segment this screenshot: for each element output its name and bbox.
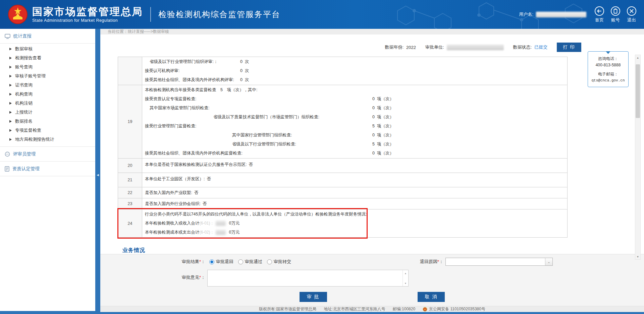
data-status-label: 数据状态: <box>513 44 532 50</box>
table-line-value: 0万元 <box>229 230 240 235</box>
contact-phone-value: 400-813-5888 <box>589 62 627 68</box>
sidebar-section-reviewers[interactable]: 评审员管理 <box>0 147 95 161</box>
business-section-heading: 业务情况 <box>122 247 644 254</box>
approval-opinion-field: ▲ ▼ <box>207 270 409 287</box>
sidebar-item-地方局检测报告统计[interactable]: ▶地方局检测报告统计 <box>0 135 95 144</box>
contact-phone-label: 咨询电话： <box>589 56 627 62</box>
collapse-arrow-icon[interactable]: ◀ <box>95 171 100 179</box>
table-row: 20本单位是否处于国家检验检测认证公共服务平台示范区:否 <box>118 159 567 173</box>
platform-title: 检验检测机构综合监管服务平台 <box>158 9 280 20</box>
table-line: 省级及以下行业管理部门组织检查:5 项（次） <box>142 140 567 149</box>
table-line-label: 是否加入国内外行业协会组织: <box>145 201 201 206</box>
radio-option-审批转交[interactable]: 审批转交 <box>267 259 291 265</box>
footer-police-record: 京公网安备 11010502035380号 <box>423 306 485 312</box>
account-icon <box>610 6 621 16</box>
logout-icon <box>627 6 637 16</box>
username-redacted <box>536 12 586 17</box>
redacted-value <box>216 230 226 235</box>
content-scrollbar[interactable]: ▲ ▼ <box>635 55 641 260</box>
sidebar-section-qualification[interactable]: 资质认定管理 <box>0 162 95 176</box>
sidebar-item-label: 地方局检测报告统计 <box>15 136 54 142</box>
sidebar-item-label: 账号查询 <box>15 64 33 70</box>
sidebar-item-label: 专项监督检查 <box>15 127 41 133</box>
footer-address: 地址:北京市西城区三里河东路八号 <box>324 306 385 312</box>
table-line: 本年检验检测收入或收入合计(6-01)：0万元 <box>142 219 567 228</box>
sidebar-item-数据排名[interactable]: ▶数据排名 <box>0 117 95 126</box>
approve-button[interactable]: 审 批 <box>300 292 327 302</box>
table-line-value: 5 项（次） <box>372 122 394 131</box>
sidebar-item-数据审核[interactable]: ▶数据审核 <box>0 44 95 53</box>
table-line-value: 5 项（次） <box>372 140 394 149</box>
sidebar-item-账号查询[interactable]: ▶账号查询 <box>0 62 95 71</box>
print-button[interactable]: 打 印 <box>557 43 581 52</box>
scrollbar-thumb[interactable] <box>636 64 640 118</box>
table-line: 本单位是否处于国家检验检测认证公共服务平台示范区:否 <box>142 159 567 172</box>
table-line: 接受其他社会组织、团体及境内外评价机构监督检查:0 项（次） <box>142 149 567 158</box>
table-line-value: 0 次 <box>240 66 249 75</box>
tooltip-arrow-icon <box>606 51 610 54</box>
contact-email-value: qts@cnca.gov.cn <box>589 78 627 84</box>
table-line-label: 其中国家市场监管部门组织检查: <box>150 106 209 110</box>
sidebar-item-label: 审核子账号管理 <box>15 73 46 79</box>
national-emblem <box>8 5 28 24</box>
contact-email-label: 电子邮箱： <box>589 71 627 77</box>
table-line: 本单位处于工业园区（开发区）:否 <box>142 173 567 187</box>
table-row: 22是否加入国内外产业联盟:否 <box>118 187 567 198</box>
sidebar-item-label: 机构注销 <box>15 100 33 106</box>
row-number-cell: 21 <box>118 173 142 187</box>
table-line-label: 本年检验检测成本或支出合计 <box>145 230 200 235</box>
content-body: 数据年份: 2022 审批单位: 数据状态: 已提交 打 印 咨询电话： 400… <box>100 35 644 254</box>
sidebar-item-审核子账号管理[interactable]: ▶审核子账号管理 <box>0 71 95 80</box>
table-line-label: 本检验检测机构当年接受各类监督检查 5 项（次），其中: <box>145 87 257 92</box>
table-line-label: 本单位是否处于国家检验检测认证公共服务平台示范区: <box>145 162 247 167</box>
radio-icon <box>238 259 243 264</box>
table-line-label: 行业分类小类代码不是以745开头的四位代码的法人单位，以及非法人单位（产业活动单… <box>145 212 367 216</box>
radio-option-审批通过[interactable]: 审批通过 <box>238 259 262 265</box>
chevron-down-icon: ⌄ <box>545 258 552 265</box>
nav-account[interactable]: 账号 <box>610 6 621 23</box>
row-number-cell <box>118 57 142 85</box>
sidebar-item-专项监督检查[interactable]: ▶专项监督检查 <box>0 126 95 135</box>
sidebar-item-机构注销[interactable]: ▶机构注销 <box>0 99 95 108</box>
triangle-icon: ▶ <box>9 56 12 60</box>
sidebar-item-检测报告查看[interactable]: ▶检测报告查看 <box>0 53 95 62</box>
home-back-icon <box>594 6 604 16</box>
org-name-en: State Administration for Market Regulati… <box>32 18 143 23</box>
return-reason-select[interactable]: ⌄ <box>445 258 553 266</box>
table-line-label: 是否加入国内外产业联盟: <box>145 190 192 195</box>
sidebar-item-上报统计[interactable]: ▶上报统计 <box>0 108 95 117</box>
scroll-up-icon[interactable]: ▲ <box>403 271 408 275</box>
row-number-cell: 20 <box>118 159 142 173</box>
data-year-value: 2022 <box>406 45 416 50</box>
table-line-value: 0 次 <box>240 75 249 84</box>
triangle-icon: ▶ <box>9 83 12 87</box>
sidebar-item-机构查询[interactable]: ▶机构查询 <box>0 89 95 99</box>
nav-home[interactable]: 首页 <box>594 6 604 23</box>
radio-icon <box>209 259 214 264</box>
sidebar-section-label: 资质认定管理 <box>12 166 40 172</box>
triangle-icon: ▶ <box>9 47 12 51</box>
nav-logout[interactable]: 退出 <box>627 6 637 23</box>
scroll-down-icon[interactable]: ▼ <box>403 281 408 286</box>
table-line: 本年检验检测成本或支出合计(6-02)：0万元 <box>142 228 567 237</box>
sidebar: 统计直报 ▶数据审核▶检测报告查看▶账号查询▶审核子账号管理▶证书查询▶机构查询… <box>0 29 95 311</box>
cancel-button[interactable]: 取 消 <box>418 292 445 302</box>
table-line-value: 否 <box>203 201 207 206</box>
scroll-up-icon[interactable]: ▲ <box>635 55 640 60</box>
approval-unit-label: 审批单位: <box>425 44 444 50</box>
sidebar-item-label: 证书查询 <box>15 82 33 88</box>
sidebar-collapse-strip: ◀ <box>95 29 100 311</box>
table-line-value: 0 项（次） <box>372 131 394 140</box>
sidebar-section-statistics[interactable]: 统计直报 <box>0 29 95 43</box>
table-line-label: 本年检验检测收入或收入合计 <box>145 221 200 226</box>
nav-home-label: 首页 <box>595 17 604 23</box>
sidebar-section-label: 评审员管理 <box>13 151 36 157</box>
scroll-down-icon[interactable]: ▼ <box>635 254 640 259</box>
table-line: 是否加入国内外行业协会组织:否 <box>142 199 567 209</box>
textarea-scrollbar[interactable]: ▲ ▼ <box>402 270 408 286</box>
approval-opinion-textarea[interactable] <box>208 270 401 286</box>
radio-option-审批退回[interactable]: 审批退回 <box>209 259 233 265</box>
org-title-block: 国家市场监督管理总局 State Administration for Mark… <box>32 6 143 23</box>
sidebar-item-证书查询[interactable]: ▶证书查询 <box>0 80 95 89</box>
approval-result-radio-group: 审批退回审批通过审批转交 <box>209 259 291 265</box>
